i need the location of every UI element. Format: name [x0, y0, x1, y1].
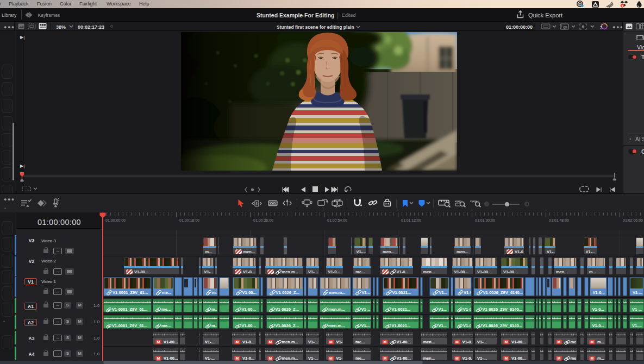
- svg-text:HQ: HQ: [564, 26, 567, 28]
- svg-text:1: 1: [622, 4, 623, 8]
